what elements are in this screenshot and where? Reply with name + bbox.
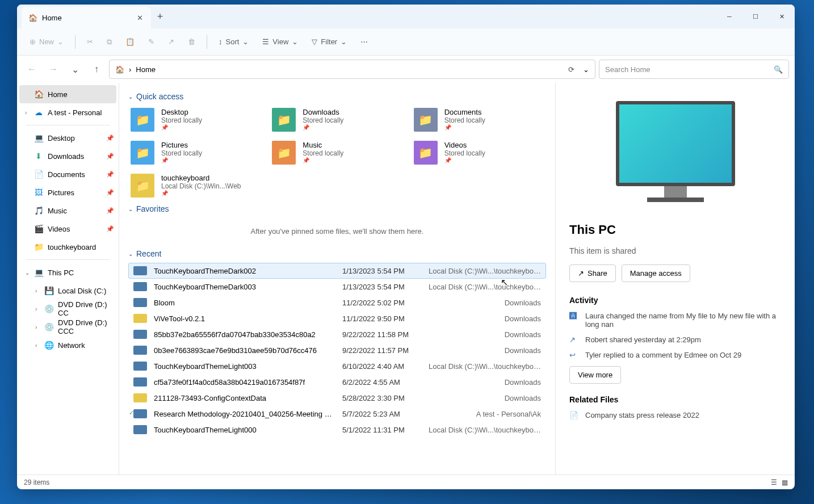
up-button[interactable]: ↑ [87,60,106,78]
quick-access-touchkeyboard[interactable]: 📁touchkeyboardLocal Disk (C:)\Win...\Web… [128,171,263,200]
recent-file-row[interactable]: TouchKeyboardThemeLight0005/1/2022 11:31… [128,422,546,438]
sidebar-drive[interactable]: ›💿DVD Drive (D:) CC [17,300,119,318]
recent-file-row[interactable]: Bloom11/2/2022 5:02 PMDownloads [128,295,546,310]
cut-button[interactable]: ✂ [81,34,99,49]
activity-item: 🅰Laura changed the name from My file to … [569,312,781,329]
folder-icon: 🖼 [34,188,43,197]
recent-file-row[interactable]: 0b3ee7663893cae76e9bd310aee59b70d76cc476… [128,342,546,358]
sidebar-home[interactable]: 🏠Home [19,85,116,103]
pin-icon: 📌 [303,157,343,163]
chevron-icon[interactable]: › [35,306,37,312]
sidebar-drive[interactable]: ›💾Local Disk (C:) [17,282,119,300]
recent-file-row[interactable]: TouchKeyboardThemeLight0036/10/2022 4:40… [128,358,546,374]
section-recent[interactable]: ⌄Recent [128,249,546,258]
recent-dropdown[interactable]: ⌄ [66,60,84,78]
chevron-down-icon[interactable]: ⌄ [583,65,589,74]
new-tab-button[interactable]: + [151,11,169,23]
forward-button[interactable]: → [44,60,62,78]
view-more-button[interactable]: View more [569,366,621,384]
home-icon: 🏠 [34,90,43,99]
recent-file-row[interactable]: cf5a73fe0f1f4a0cd58a38b04219a0167354f87f… [128,374,546,390]
sidebar-item-videos[interactable]: 🎬Videos📌 [17,220,119,238]
paste-button[interactable]: 📋 [120,34,140,49]
separator [75,35,75,49]
filter-button[interactable]: ▽Filter⌄ [306,34,353,49]
sidebar-item-downloads[interactable]: ⬇Downloads📌 [17,147,119,165]
recent-file-row[interactable]: TouchKeyboardThemeDark0031/13/2023 5:54 … [128,279,546,295]
section-quick-access[interactable]: ⌄Quick access [128,92,546,101]
folder-icon: 📁 [414,141,438,165]
plus-icon: ⊕ [30,37,36,46]
sidebar-thispc[interactable]: ⌄💻This PC [17,263,119,282]
sort-button[interactable]: ↕Sort⌄ [213,34,254,49]
rename-icon: ✎ [148,37,154,46]
file-icon [133,346,147,355]
file-name: TouchKeyboardThemeDark002 [154,267,335,275]
sidebar-item-pictures[interactable]: 🖼Pictures📌 [17,183,119,201]
address-bar[interactable]: 🏠 › Home ⌄ ⟳ [109,60,595,79]
sidebar-item-touchkeyboard[interactable]: 📁touchkeyboard [17,238,119,256]
share-button[interactable]: ↗Share [569,264,616,282]
recent-file-row[interactable]: 211128-73493-ConfigContextData5/28/2022 … [128,390,546,406]
quick-access-desktop[interactable]: 📁DesktopStored locally📌 [128,106,263,134]
file-date: 5/28/2022 3:30 PM [342,394,422,402]
maximize-button[interactable]: ☐ [742,7,769,26]
chevron-icon[interactable]: ⌄ [25,270,30,276]
chevron-icon[interactable]: › [35,342,37,348]
folder-icon: 💻 [34,133,43,142]
section-favorites[interactable]: ⌄Favorites [128,204,546,213]
quick-access-videos[interactable]: 📁VideosStored locally📌 [412,138,546,167]
new-button[interactable]: ⊕New⌄ [24,34,69,49]
rename-button[interactable]: ✎ [142,34,160,49]
recent-file-row[interactable]: ViVeTool-v0.2.111/1/2022 9:50 PMDownload… [128,310,546,326]
thumbnails-view-icon[interactable]: ▦ [782,478,788,486]
close-window-button[interactable]: ✕ [769,7,795,26]
tab-home[interactable]: 🏠 Home ✕ [22,7,151,28]
breadcrumb-home[interactable]: Home [136,65,156,74]
copy-button[interactable]: ⧉ [101,34,118,50]
quick-access-pictures[interactable]: 📁PicturesStored locally📌 [128,138,263,167]
recent-file-row[interactable]: TouchKeyboardThemeDark0021/13/2023 5:54 … [128,263,546,279]
scissors-icon: ✂ [87,37,93,46]
close-tab-button[interactable]: ✕ [135,14,144,22]
quick-access-music[interactable]: 📁MusicStored locally📌 [270,138,404,167]
file-name: 0b3ee7663893cae76e9bd310aee59b70d76cc476 [154,346,335,355]
chevron-icon[interactable]: › [25,110,27,116]
delete-button[interactable]: 🗑 [182,34,201,49]
more-button[interactable]: ⋯ [355,34,374,49]
search-input[interactable]: Search Home 🔍 [599,60,789,79]
quick-access-downloads[interactable]: 📁DownloadsStored locally📌 [270,106,404,134]
related-file-item[interactable]: 📄 Company stats press release 2022 [569,411,781,419]
chevron-down-icon: ⌄ [242,37,249,46]
file-name: TouchKeyboardThemeDark003 [154,283,335,291]
sidebar-atest[interactable]: ›☁A test - Personal [17,103,119,121]
recent-file-row[interactable]: ✓Research Methodology-20210401_040256-Me… [128,406,546,422]
copy-icon: ⧉ [107,37,112,47]
folder-icon: ⬇ [34,152,43,161]
view-button[interactable]: ☰View⌄ [257,34,304,49]
chevron-icon[interactable]: › [35,288,37,294]
sidebar-item-music[interactable]: 🎵Music📌 [17,201,119,220]
recent-file-row[interactable]: 85bb37e2ba65556f7da07047bab330e3534c80a2… [128,326,546,342]
details-view-icon[interactable]: ☰ [771,478,777,486]
pin-icon: 📌 [106,225,114,233]
pin-icon: 📌 [161,157,202,163]
manage-access-button[interactable]: Manage access [622,264,690,282]
sidebar-drive[interactable]: ›🌐Network [17,336,119,354]
back-button[interactable]: ← [23,60,41,78]
quick-access-documents[interactable]: 📁DocumentsStored locally📌 [412,106,546,134]
sidebar-drive[interactable]: ›💿DVD Drive (D:) CCC [17,318,119,336]
share-button[interactable]: ↗ [162,34,180,49]
sidebar-item-documents[interactable]: 📄Documents📌 [17,165,119,183]
filter-icon: ▽ [312,37,317,46]
folder-icon: 📁 [131,174,154,198]
chevron-icon[interactable]: › [35,324,37,330]
pin-icon: 📌 [106,171,114,178]
file-name: 211128-73493-ConfigContextData [154,394,335,402]
minimize-button[interactable]: ─ [716,7,742,26]
separator [26,125,110,125]
file-icon [133,282,147,291]
separator [26,259,110,260]
refresh-button[interactable]: ⟳ [568,65,574,74]
sidebar-item-desktop[interactable]: 💻Desktop📌 [17,129,119,147]
